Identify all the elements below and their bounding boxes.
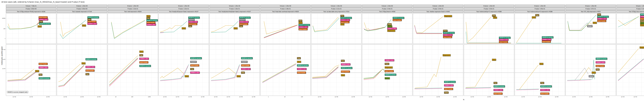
panel-seconds: RegressionCRAN=1.18.0Beforebase=masterFi… xyxy=(616,44,644,96)
series-line-slow xyxy=(618,16,638,26)
series-label-base: base=master xyxy=(499,41,508,43)
series-label-base: base=master xyxy=(443,36,452,38)
panel-seconds: HEAD=ro-accessCRAN=1.18.0base=masterFast… xyxy=(566,44,616,96)
series-line-slow xyxy=(313,17,338,31)
series-line-head xyxy=(60,20,86,38)
series-label-regr: Regression xyxy=(444,15,452,17)
series-label-fasterio: FasterIO xyxy=(239,19,246,21)
series-label-fast: Fast xyxy=(86,73,89,75)
x-tick-labels: 1e+031e+041e+051e+06 xyxy=(616,96,644,98)
series-label-cran: CRAN=1.18.0 xyxy=(443,34,452,36)
facet-strip-pvalue: P.value: 2.22e-01 xyxy=(158,8,209,10)
series-label-before: Before xyxy=(640,22,644,24)
x-tick-label: 1e+08 xyxy=(252,96,255,98)
series-line-regr xyxy=(414,16,443,33)
series-label-slow: Slow xyxy=(139,50,143,52)
series-label-cran: CRAN=1.18.0 xyxy=(39,66,48,68)
series-line-slow xyxy=(312,65,340,77)
series-label-slow: Slow xyxy=(493,17,497,19)
series-label-cran: CRAN=1.18.0 xyxy=(146,24,156,26)
x-tick-label: 1e+03 xyxy=(522,96,525,98)
x-tick-label: 1e+02 xyxy=(64,96,67,98)
series-label-fast: Fast xyxy=(298,20,302,22)
series-label-head: HEAD=ro-access xyxy=(297,64,308,66)
series-line-head xyxy=(414,88,442,88)
facet-strip-test: Test: forderv(retGrp=T) improved in #438… xyxy=(464,10,514,13)
series-line-slow xyxy=(111,20,145,38)
facet-strip-pvalue: P.value: 4.97e-01 xyxy=(566,8,616,10)
panel-canvas xyxy=(515,14,565,44)
series-label-base: base=master xyxy=(188,23,197,25)
panel-seconds: RegressionHEAD=ro-accessCRAN=1.18.0base=… xyxy=(413,44,463,96)
facet-strip-test: Test: forderv(retGrp=F) improved in #438… xyxy=(515,10,565,13)
facet-strip-pvalue: P.value: 3.43e-01 xyxy=(362,8,412,10)
x-tick-label: 100 xyxy=(131,96,133,98)
y-tick-label: 1e+00 xyxy=(0,49,6,50)
series-label-fast: Fast xyxy=(239,25,243,27)
facet-strip-test: Test: fread(select=list(Date='date')) im… xyxy=(210,10,260,13)
panel-canvas xyxy=(57,44,107,96)
series-label-fast: Fast xyxy=(597,14,601,16)
x-tick-label: 1e+02 xyxy=(12,96,16,98)
facet-strip-nfactor: N.factor: 1.00e+00 xyxy=(464,5,514,7)
panel-kilobytes: FastSlowHEAD=ro-accessCRAN=1.18.0base=ma… xyxy=(260,13,311,44)
x-tick-labels: 101001000 xyxy=(108,96,158,98)
series-label-regr: Regression xyxy=(640,46,644,48)
series-label-cran: CRAN=1.18.0 xyxy=(341,64,350,66)
series-label-head: HEAD=ro-access xyxy=(494,86,505,88)
series-line-slow xyxy=(466,61,491,88)
facet-strip-test: Test: DT[by,verbose=TRUE] improved in #6… xyxy=(6,10,56,13)
facet-strip-nfactor: N.factor: 1.00e+00 xyxy=(616,5,644,7)
x-tick-label: 100 xyxy=(301,96,303,98)
series-label-slow: Slow xyxy=(82,24,86,26)
facet-strip-pvalue: P.value: 4.45e-01 xyxy=(515,8,565,10)
panel-canvas xyxy=(566,44,616,96)
facet-column: N.factor: 1.00e+00P.value: 3.44e-01Test:… xyxy=(413,5,463,98)
series-label-head: HEAD=ro-access xyxy=(39,23,50,25)
series-label-slow: Slow xyxy=(593,22,597,24)
series-label-slow: Slow xyxy=(532,16,536,18)
series-label-base: base=master xyxy=(146,22,155,24)
series-label-head: HEAD=ro-access xyxy=(597,16,609,18)
x-tick-labels: 1e+031e+061e+09 xyxy=(515,96,565,98)
panel-canvas xyxy=(6,44,56,96)
x-tick-labels: 1e+021e+041e+061e+08 xyxy=(158,96,209,98)
series-line-head xyxy=(58,65,84,86)
panel-kilobytes: HEAD=ro-accessFastbase=masterCRAN=1.18.0… xyxy=(57,13,107,44)
series-label-base: base=master xyxy=(540,93,549,95)
x-tick-label: 1e+06 xyxy=(589,96,592,98)
panel-canvas xyxy=(413,44,463,96)
series-label-head: HEAD=ro-access xyxy=(139,65,151,67)
series-line-base xyxy=(58,66,84,86)
panel-kilobytes: SlowFastHEAD=ro-accessbase=masterCRAN=1.… xyxy=(108,13,158,44)
facet-strip-pvalue: P.value: 3.21e-01 xyxy=(311,8,362,10)
series-line-head xyxy=(618,59,644,80)
x-tick-label: 1e+03 xyxy=(470,96,474,98)
panel-canvas xyxy=(566,14,616,44)
series-label-cran: CRAN=1.18.0 xyxy=(39,18,48,20)
x-tick-label: 1000 xyxy=(148,96,151,98)
series-label-fast: Fast xyxy=(146,17,150,19)
facet-strip-nfactor: N.factor: 1.00e+00 xyxy=(311,5,362,7)
series-line-cran xyxy=(516,90,539,90)
series-label-before: Before xyxy=(385,77,390,79)
panel-kilobytes: HEAD=ro-accessbase=masterFixedBeforeCRAN… xyxy=(362,13,412,44)
series-line-cran xyxy=(414,88,442,89)
series-label-cran: CRAN=1.18.0 xyxy=(540,89,550,91)
x-tick-label: 1e+06 xyxy=(538,96,542,98)
facet-strip-test: Test: as.data.table.array improved in #7… xyxy=(311,10,362,13)
series-label-base: base=master xyxy=(298,28,308,30)
series-label-head: HEAD=ro-access xyxy=(542,36,553,38)
series-label-fixed: Fixed xyxy=(443,30,448,32)
series-line-cran xyxy=(364,69,383,80)
panel-kilobytes: HEAD=ro-accessCRAN=1.18.0base=masterFixe… xyxy=(616,13,644,44)
series-label-base: base=master xyxy=(393,19,402,21)
series-line-base xyxy=(312,66,338,78)
panel-kilobytes: FastHEAD=ro-accessCRAN=1.18.0base=master… xyxy=(311,13,362,44)
panel-seconds: SlowFastCRAN=1.18.0base=masterHEAD=ro-ac… xyxy=(108,44,158,96)
series-line-head xyxy=(466,88,491,88)
series-label-slow: Slow xyxy=(35,70,39,72)
x-tick-label: 1e+04 xyxy=(176,96,179,98)
panel-kilobytes: RegressionFixedHEAD=ro-accessCRAN=1.18.0… xyxy=(413,13,463,44)
series-label-head: HEAD=ro-access xyxy=(88,16,99,18)
